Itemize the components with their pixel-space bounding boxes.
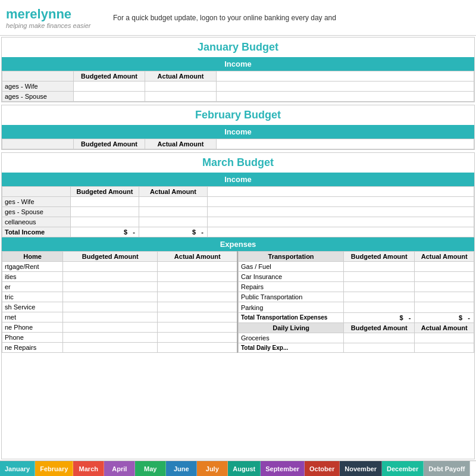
tab-march[interactable]: March xyxy=(73,461,104,476)
jan-empty-1 xyxy=(217,82,474,92)
daily-budgeted-header: Budgeted Amount xyxy=(344,322,415,333)
tab-january[interactable]: January xyxy=(0,461,35,476)
home-row-4: tric xyxy=(2,292,238,302)
tab-august[interactable]: August xyxy=(228,461,261,476)
mar-income-empty-1 xyxy=(208,197,474,207)
mar-income-actual-2 xyxy=(139,207,208,217)
home-row-7: ne Phone xyxy=(2,322,238,333)
jan-budgeted-2 xyxy=(74,92,145,102)
home-budgeted-3 xyxy=(63,282,158,292)
feb-col-headers: Budgeted Amount Actual Amount xyxy=(2,139,474,149)
mar-income-row-2: ges - Spouse xyxy=(2,207,474,217)
mar-income-row-3: cellaneous xyxy=(2,217,474,227)
jan-empty-rest xyxy=(217,71,474,82)
daily-row-1: Groceries xyxy=(239,333,474,343)
home-label-7: ne Phone xyxy=(2,322,63,333)
jan-label-2: ages - Spouse xyxy=(2,92,74,102)
jan-budgeted-1 xyxy=(74,82,145,92)
mar-income-empty-3 xyxy=(208,217,474,227)
home-budgeted-6 xyxy=(63,312,158,322)
home-label-5: sh Service xyxy=(2,302,63,312)
home-label-2: ities xyxy=(2,272,63,282)
tab-june[interactable]: June xyxy=(166,461,197,476)
january-income-header: Income xyxy=(2,57,474,71)
home-row-5: sh Service xyxy=(2,302,238,312)
transport-total-row: Total Transportation Expenses $ - $ - xyxy=(239,312,474,322)
transport-budgeted-3 xyxy=(344,282,415,292)
tab-september[interactable]: September xyxy=(261,461,305,476)
home-row-1: rtgage/Rent xyxy=(2,262,238,272)
february-section: February Budget Income Budgeted Amount A… xyxy=(1,105,475,150)
tab-may[interactable]: May xyxy=(135,461,166,476)
transport-actual-3 xyxy=(415,282,474,292)
home-header-row: Home Budgeted Amount Actual Amount xyxy=(2,252,238,262)
mar-total-income-row: Total Income $ - $ - xyxy=(2,227,474,237)
mar-income-row-1: ges - Wife xyxy=(2,197,474,207)
transport-row-2: Car Insurance xyxy=(239,272,474,282)
tab-february[interactable]: February xyxy=(35,461,73,476)
home-budgeted-2 xyxy=(63,272,158,282)
tab-debt-payoff[interactable]: Debt Payoff xyxy=(424,461,470,476)
home-row-3: er xyxy=(2,282,238,292)
transport-daily-table: Transportation Budgeted Amount Actual Am… xyxy=(238,251,474,353)
daily-header-row: Daily Living Budgeted Amount Actual Amou… xyxy=(239,322,474,333)
transport-label-2: Car Insurance xyxy=(239,272,344,282)
feb-budgeted-header: Budgeted Amount xyxy=(74,139,145,149)
transport-budgeted-4 xyxy=(344,292,415,302)
transport-budgeted-2 xyxy=(344,272,415,282)
transport-label-5: Parking xyxy=(239,302,344,312)
jan-actual-2 xyxy=(145,92,217,102)
home-label-8: Phone xyxy=(2,333,63,343)
january-section: January Budget Income Budgeted Amount Ac… xyxy=(1,37,475,102)
jan-row-1: ages - Wife xyxy=(2,82,474,92)
home-label-4: tric xyxy=(2,292,63,302)
transport-actual-1 xyxy=(415,262,474,272)
home-label-3: er xyxy=(2,282,63,292)
transport-label-1: Gas / Fuel xyxy=(239,262,344,272)
jan-empty-header xyxy=(2,71,74,82)
transport-label-3: Repairs xyxy=(239,282,344,292)
jan-empty-2 xyxy=(217,92,474,102)
home-actual-5 xyxy=(158,302,237,312)
transport-label-4: Public Transportation xyxy=(239,292,344,302)
mar-income-budgeted-2 xyxy=(71,207,139,217)
tab-november[interactable]: November xyxy=(340,461,382,476)
home-budgeted-8 xyxy=(63,333,158,343)
march-income-header: Income xyxy=(2,173,474,186)
home-row-6: rnet xyxy=(2,312,238,322)
daily-total-budgeted-partial xyxy=(344,343,415,352)
home-row-9: ne Repairs xyxy=(2,343,238,353)
home-expenses-table: Home Budgeted Amount Actual Amount rtgag… xyxy=(2,251,238,353)
feb-empty-rest xyxy=(217,139,474,149)
home-actual-header: Actual Amount xyxy=(158,252,237,262)
home-budgeted-header: Budgeted Amount xyxy=(63,252,158,262)
mar-income-label-3: cellaneous xyxy=(2,217,71,227)
home-label-6: rnet xyxy=(2,312,63,322)
mar-income-budgeted-3 xyxy=(71,217,139,227)
daily-budgeted-1 xyxy=(344,333,415,343)
home-actual-3 xyxy=(158,282,237,292)
tab-april[interactable]: April xyxy=(104,461,135,476)
home-actual-6 xyxy=(158,312,237,322)
transport-row-3: Repairs xyxy=(239,282,474,292)
home-actual-1 xyxy=(158,262,237,272)
mar-total-income-label: Total Income xyxy=(2,227,71,237)
daily-total-label-partial: Total Daily Exp... xyxy=(239,343,344,352)
february-income-header: Income xyxy=(2,125,474,139)
transport-actual-2 xyxy=(415,272,474,282)
february-title: February Budget xyxy=(2,105,474,125)
transport-actual-4 xyxy=(415,292,474,302)
tab-december[interactable]: December xyxy=(382,461,424,476)
home-budgeted-5 xyxy=(63,302,158,312)
mar-income-label-2: ges - Spouse xyxy=(2,207,71,217)
mar-empty-rest xyxy=(208,187,474,197)
budget-sections: January Budget Income Budgeted Amount Ac… xyxy=(0,36,476,461)
january-title: January Budget xyxy=(2,37,474,57)
daily-actual-1 xyxy=(415,333,474,343)
transport-label-header: Transportation xyxy=(239,252,344,262)
logo-name: merelynne xyxy=(6,7,101,22)
tab-july[interactable]: July xyxy=(197,461,228,476)
tab-october[interactable]: October xyxy=(305,461,340,476)
mar-budgeted-header: Budgeted Amount xyxy=(71,187,139,197)
transport-row-5: Parking xyxy=(239,302,474,312)
